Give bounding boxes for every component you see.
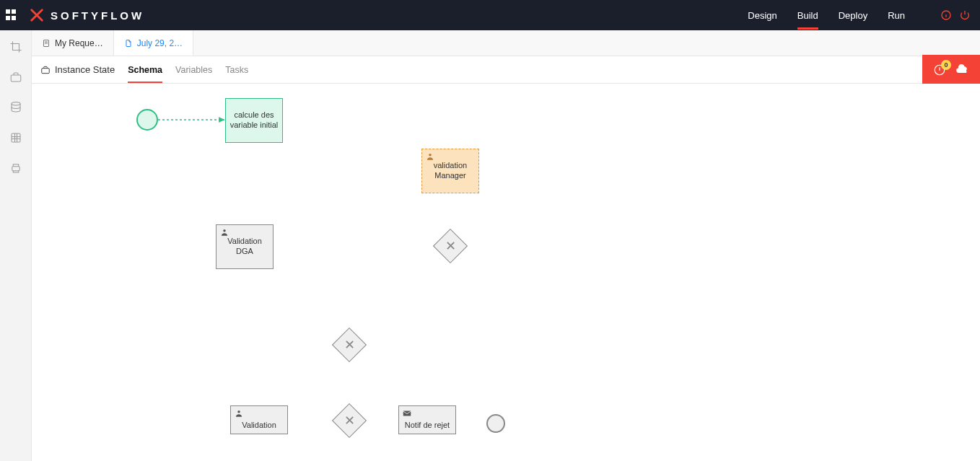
subtabs: Schema Variables Tasks (128, 56, 248, 83)
user-icon (425, 152, 435, 162)
task-label: Validation (242, 421, 276, 431)
task-calcule-variable[interactable]: calcule des variable initial (225, 98, 283, 143)
subtab-variables[interactable]: Variables (175, 56, 212, 83)
tab-july29[interactable]: July 29, 2… (114, 30, 193, 56)
svg-rect-17 (403, 411, 411, 416)
alert-icon: 0 (932, 63, 947, 77)
printer-icon[interactable] (9, 162, 22, 175)
svg-point-14 (429, 154, 432, 157)
sidebar (0, 30, 32, 461)
task-label: Validation DGA (219, 237, 270, 257)
logo-mark-icon (29, 7, 45, 23)
gateway-1[interactable]: ✕ (433, 229, 468, 263)
tab-my-requests[interactable]: My Reque… (32, 30, 114, 56)
page-title: Instance State (40, 64, 115, 75)
svg-rect-5 (12, 133, 20, 142)
task-validation[interactable]: Validation (230, 405, 288, 434)
gateway-2[interactable]: ✕ (332, 328, 367, 362)
briefcase-icon[interactable] (9, 71, 22, 84)
nav-design[interactable]: Design (748, 1, 776, 30)
database-icon[interactable] (9, 101, 22, 114)
topnav: Design Build Deploy Run (748, 1, 971, 30)
crop-icon[interactable] (9, 40, 22, 53)
subtab-tasks[interactable]: Tasks (225, 56, 248, 83)
power-icon[interactable] (958, 9, 971, 22)
task-validation-dga[interactable]: Validation DGA (216, 224, 274, 269)
end-event[interactable] (486, 414, 505, 433)
deploy-status-box[interactable]: 0 (922, 55, 980, 85)
task-label: Notif de rejet (405, 421, 450, 431)
logo[interactable]: SOFTYFLOW (29, 7, 144, 23)
svg-point-16 (237, 410, 240, 413)
title-text: Instance State (55, 64, 115, 75)
diagram-edges (32, 84, 248, 192)
svg-rect-3 (11, 75, 21, 82)
gateway-3[interactable]: ✕ (332, 403, 367, 438)
task-notif-rejet[interactable]: Notif de rejet (398, 405, 456, 434)
cloud-upload-icon (955, 62, 970, 79)
svg-rect-10 (42, 68, 50, 73)
document-icon (124, 39, 133, 48)
file-tabs: My Reque… July 29, 2… (32, 30, 980, 56)
svg-rect-6 (12, 167, 19, 171)
apps-grid-icon[interactable] (3, 6, 20, 24)
task-label: validation Manager (425, 161, 476, 181)
svg-point-4 (12, 102, 20, 106)
logo-text: SOFTYFLOW (51, 9, 144, 22)
briefcase-icon (40, 65, 51, 75)
form-icon (42, 39, 51, 48)
bpmn-canvas[interactable]: calcule des variable initial validation … (32, 84, 980, 461)
nav-deploy[interactable]: Deploy (839, 1, 867, 30)
topbar: SOFTYFLOW Design Build Deploy Run (0, 0, 980, 30)
mail-icon (402, 408, 412, 418)
subtab-schema[interactable]: Schema (128, 56, 162, 83)
user-icon (234, 408, 244, 418)
nav-run[interactable]: Run (888, 1, 905, 30)
grid-icon[interactable] (9, 131, 22, 144)
svg-point-15 (223, 229, 226, 232)
nav-build[interactable]: Build (797, 1, 818, 30)
user-icon (219, 227, 229, 237)
toolbar: Instance State Schema Variables Tasks 0 (32, 56, 980, 84)
tab-label: July 29, 2… (137, 38, 183, 48)
alert-count-badge: 0 (941, 60, 951, 70)
info-icon[interactable] (940, 9, 953, 22)
task-validation-manager[interactable]: validation Manager (421, 149, 479, 193)
task-label: calcule des variable initial (229, 110, 279, 131)
tab-label: My Reque… (55, 38, 103, 48)
start-event[interactable] (136, 109, 158, 131)
